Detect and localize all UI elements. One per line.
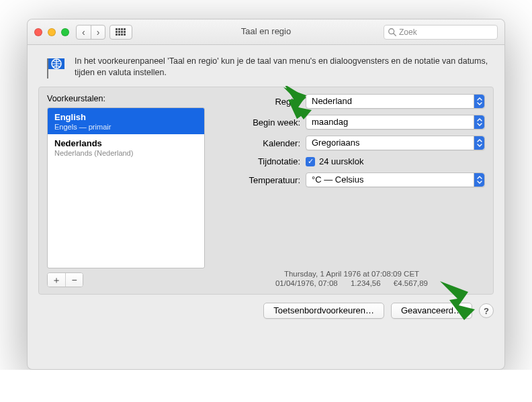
calendar-label: Kalender: — [218, 138, 306, 148]
language-name: Nederlands — [54, 138, 197, 148]
svg-rect-6 — [121, 31, 123, 33]
region-label: Regio: — [218, 97, 306, 107]
svg-rect-2 — [121, 28, 123, 30]
advanced-button[interactable]: Geavanceerd… — [391, 303, 472, 319]
search-input[interactable] — [384, 25, 498, 40]
format-sample: Thursday, 1 April 1976 at 07:08:09 CET 0… — [218, 268, 485, 287]
titlebar: ‹ › Taal en regio — [28, 19, 504, 45]
time-format-label: Tijdnotatie: — [218, 156, 306, 166]
first-day-label: Begin week: — [218, 117, 306, 128]
intro-row: In het voorkeurenpaneel 'Taal en regio' … — [38, 53, 494, 87]
footer-buttons: Toetsenbordvoorkeuren… Geavanceerd… ? — [38, 303, 494, 319]
sample-currency: €4.567,89 — [388, 279, 433, 287]
remove-language-button[interactable]: − — [65, 273, 83, 287]
svg-rect-3 — [124, 28, 126, 30]
add-language-button[interactable]: ＋ — [48, 273, 65, 287]
first-day-select[interactable]: maandag — [306, 115, 485, 130]
updown-icon — [474, 115, 484, 129]
preferred-languages-label: Voorkeurstalen: — [47, 94, 205, 103]
intro-text: In het voorkeurenpaneel 'Taal en regio' … — [75, 56, 491, 79]
svg-rect-8 — [116, 34, 118, 36]
svg-rect-7 — [124, 31, 126, 33]
updown-icon — [474, 173, 484, 187]
chevron-right-icon: › — [97, 28, 100, 37]
sample-short-date: 01/04/1976, 07:08 — [270, 279, 343, 287]
minimize-button[interactable] — [48, 28, 56, 36]
check-icon: ✓ — [308, 157, 314, 166]
updown-icon — [474, 136, 484, 150]
language-sub: Nederlands (Nederland) — [54, 149, 197, 157]
temperature-value: °C — Celsius — [312, 174, 363, 185]
plus-icon: ＋ — [52, 275, 61, 285]
svg-rect-4 — [116, 31, 118, 33]
temperature-label: Temperatuur: — [218, 175, 306, 185]
settings-panel: Voorkeurstalen: English Engels — primair… — [38, 87, 494, 295]
calendar-value: Gregoriaans — [312, 138, 360, 148]
sample-number: 1.234,56 — [345, 279, 386, 287]
help-button[interactable]: ? — [479, 303, 494, 318]
sample-long-date: Thursday, 1 April 1976 at 07:08:09 CET — [218, 270, 485, 278]
calendar-select[interactable]: Gregoriaans — [306, 136, 485, 150]
svg-rect-14 — [47, 58, 48, 79]
chevron-left-icon: ‹ — [82, 28, 85, 37]
traffic-lights — [34, 28, 69, 36]
globe-flag-icon — [41, 56, 65, 80]
back-button[interactable]: ‹ — [76, 25, 91, 40]
svg-rect-1 — [118, 28, 120, 30]
svg-rect-11 — [124, 34, 126, 36]
list-item[interactable]: Nederlands Nederlands (Nederland) — [48, 134, 204, 160]
grid-icon — [116, 28, 126, 36]
temperature-select[interactable]: °C — Celsius — [306, 172, 485, 187]
language-name: English — [54, 112, 197, 122]
keyboard-preferences-button[interactable]: Toetsenbordvoorkeuren… — [263, 303, 384, 319]
language-sub: Engels — primair — [54, 123, 197, 131]
forward-button[interactable]: › — [91, 25, 106, 40]
language-list[interactable]: English Engels — primair Nederlands Nede… — [47, 107, 205, 268]
svg-rect-5 — [118, 31, 120, 33]
svg-rect-10 — [121, 34, 123, 36]
updown-icon — [474, 95, 484, 108]
list-item[interactable]: English Engels — primair — [48, 108, 204, 134]
first-day-value: maandag — [312, 117, 348, 127]
svg-rect-9 — [118, 34, 120, 36]
preferences-window: ‹ › Taal en regio — [27, 19, 505, 370]
24h-label: 24 uursklok — [319, 156, 363, 166]
zoom-button[interactable] — [61, 28, 69, 36]
24h-checkbox[interactable]: ✓ — [306, 157, 315, 166]
minus-icon: − — [71, 275, 77, 285]
search-icon — [388, 28, 397, 37]
region-select[interactable]: Nederland — [306, 94, 485, 109]
nav-buttons: ‹ › — [76, 25, 105, 40]
question-icon: ? — [484, 306, 489, 316]
svg-rect-0 — [116, 28, 118, 30]
show-all-button[interactable] — [109, 25, 132, 40]
content-area: In het voorkeurenpaneel 'Taal en regio' … — [28, 45, 504, 330]
close-button[interactable] — [34, 28, 42, 36]
svg-line-13 — [394, 33, 396, 36]
region-value: Nederland — [312, 96, 352, 106]
add-remove-group: ＋ − — [47, 272, 83, 287]
